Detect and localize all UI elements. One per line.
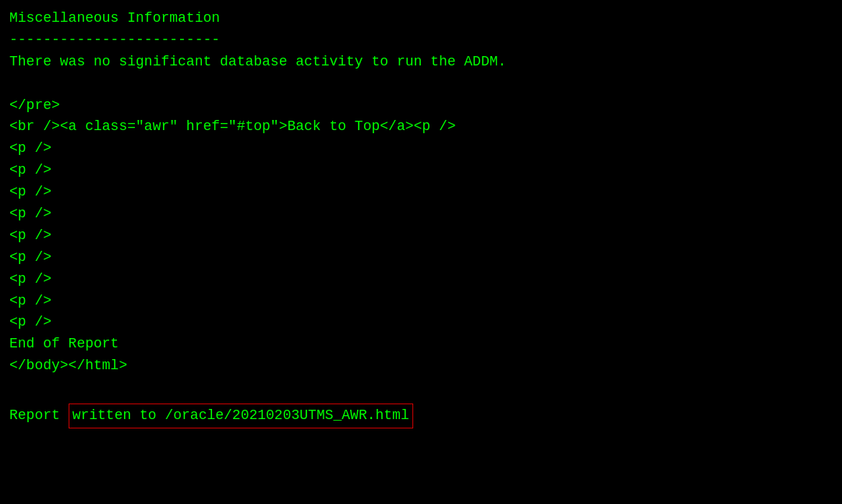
report-footer-line: Report written to /oracle/20210203UTMS_A…: [9, 404, 833, 428]
empty-line-1: [9, 73, 833, 95]
pre-close-tag: </pre>: [9, 95, 833, 117]
p-tag-5: <p />: [9, 225, 833, 247]
info-line: There was no significant database activi…: [9, 51, 833, 73]
p-tag-1: <p />: [9, 138, 833, 160]
br-back-to-top: <br /><a class="awr" href="#top">Back to…: [9, 116, 833, 138]
terminal-output: Miscellaneous Information --------------…: [9, 8, 833, 428]
end-of-report: End of Report: [9, 333, 833, 355]
body-html-close: </body></html>: [9, 355, 833, 377]
section-separator: -------------------------: [9, 30, 833, 51]
empty-line-2: [9, 377, 833, 399]
report-label: Report: [9, 405, 69, 427]
section-heading: Miscellaneous Information: [9, 8, 833, 30]
p-tag-3: <p />: [9, 182, 833, 203]
p-tag-2: <p />: [9, 160, 833, 182]
p-tag-6: <p />: [9, 247, 833, 269]
p-tag-8: <p />: [9, 291, 833, 312]
p-tag-9: <p />: [9, 312, 833, 333]
p-tag-7: <p />: [9, 269, 833, 291]
report-path-highlighted: written to /oracle/20210203UTMS_AWR.html: [69, 404, 413, 428]
p-tag-4: <p />: [9, 203, 833, 225]
